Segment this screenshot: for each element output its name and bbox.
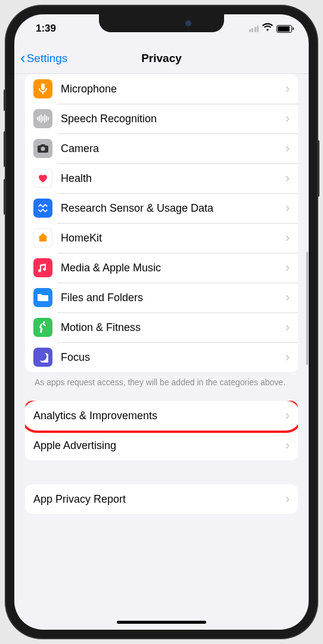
chevron-right-icon: › (285, 260, 290, 275)
chevron-right-icon: › (285, 200, 290, 216)
row-motion-fitness[interactable]: Motion & Fitness › (25, 312, 298, 342)
back-button[interactable]: ‹ Settings (20, 49, 67, 67)
scroll-indicator (306, 252, 308, 365)
power-button (317, 140, 319, 197)
row-camera[interactable]: Camera › (25, 134, 298, 163)
focus-icon (33, 348, 52, 367)
row-label: Analytics & Improvements (33, 410, 285, 422)
battery-icon (277, 25, 292, 33)
row-microphone[interactable]: Microphone › (25, 74, 298, 104)
speech-icon (33, 109, 52, 128)
status-indicators (249, 23, 293, 35)
microphone-icon (33, 79, 52, 98)
permissions-footer-text: As apps request access, they will be add… (25, 372, 298, 388)
chevron-right-icon: › (285, 491, 290, 507)
row-label: HomeKit (61, 232, 285, 244)
row-label: Focus (61, 351, 285, 364)
chevron-right-icon: › (285, 438, 290, 453)
chevron-right-icon: › (285, 81, 290, 97)
nav-bar: ‹ Settings Privacy (14, 43, 309, 74)
row-research[interactable]: Research Sensor & Usage Data › (25, 193, 298, 223)
row-label: App Privacy Report (33, 493, 285, 506)
row-label: Files and Folders (61, 292, 285, 304)
motion-icon (33, 318, 52, 337)
row-label: Speech Recognition (61, 113, 285, 125)
volume-down-button (4, 179, 6, 215)
row-app-privacy-report[interactable]: App Privacy Report › (25, 484, 298, 514)
chevron-right-icon: › (285, 141, 290, 156)
chevron-right-icon: › (285, 349, 290, 365)
row-health[interactable]: Health › (25, 163, 298, 193)
folder-icon (33, 288, 52, 307)
camera-icon (33, 139, 52, 158)
row-label: Health (61, 172, 285, 185)
row-homekit[interactable]: HomeKit › (25, 223, 298, 253)
research-icon (33, 199, 52, 218)
row-label: Apple Advertising (33, 439, 285, 452)
content-scroll[interactable]: Microphone › Speech Recognition › Camera… (14, 74, 309, 630)
row-speech-recognition[interactable]: Speech Recognition › (25, 104, 298, 134)
settings-group-analytics: Analytics & Improvements › Apple Adverti… (25, 401, 298, 460)
row-label: Microphone (61, 83, 285, 95)
row-label: Research Sensor & Usage Data (61, 202, 285, 215)
row-media-music[interactable]: Media & Apple Music › (25, 253, 298, 283)
chevron-right-icon: › (285, 290, 290, 305)
home-indicator[interactable] (117, 621, 206, 624)
chevron-right-icon: › (285, 230, 290, 246)
cellular-signal-icon (249, 26, 259, 32)
phone-frame: 1:39 ‹ Settings Privacy (6, 6, 317, 638)
chevron-right-icon: › (285, 171, 290, 186)
chevron-right-icon: › (285, 408, 290, 423)
back-label: Settings (27, 52, 68, 65)
settings-group-privacy-report: App Privacy Report › (25, 484, 298, 514)
wifi-icon (262, 23, 273, 35)
settings-group-permissions: Microphone › Speech Recognition › Camera… (25, 74, 298, 372)
row-label: Media & Apple Music (61, 262, 285, 274)
row-files-folders[interactable]: Files and Folders › (25, 283, 298, 312)
screen: 1:39 ‹ Settings Privacy (14, 14, 309, 630)
row-focus[interactable]: Focus › (25, 342, 298, 372)
page-title: Privacy (141, 52, 182, 65)
volume-up-button (4, 131, 6, 167)
row-analytics-improvements[interactable]: Analytics & Improvements › (25, 401, 298, 431)
music-icon (33, 258, 52, 277)
mute-switch (4, 89, 6, 111)
chevron-right-icon: › (285, 320, 290, 335)
chevron-left-icon: ‹ (20, 49, 26, 67)
notch (99, 14, 224, 32)
row-label: Camera (61, 143, 285, 155)
row-apple-advertising[interactable]: Apple Advertising › (25, 431, 298, 460)
status-time: 1:39 (31, 23, 56, 35)
chevron-right-icon: › (285, 111, 290, 126)
row-label: Motion & Fitness (61, 321, 285, 334)
homekit-icon (33, 228, 52, 247)
health-icon (33, 169, 52, 188)
